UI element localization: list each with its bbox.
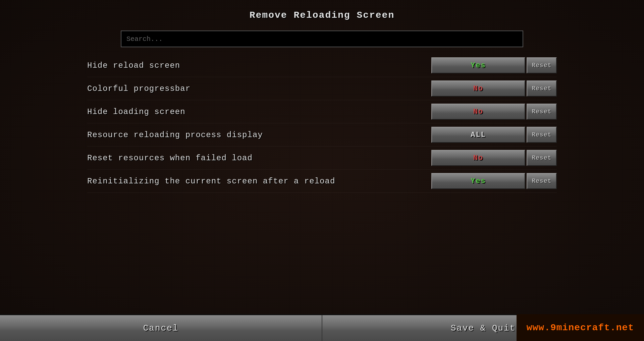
setting-value-colorful-progressbar[interactable]: No: [431, 80, 525, 97]
setting-value-resource-reloading-display[interactable]: ALL: [431, 127, 525, 143]
setting-label-hide-reload-screen: Hide reload screen: [87, 61, 180, 70]
setting-reset-reset-resources-failed[interactable]: Reset: [527, 150, 557, 166]
settings-list: Hide reload screenYesResetColorful progr…: [87, 54, 557, 193]
setting-label-resource-reloading-display: Resource reloading process display: [87, 130, 263, 139]
setting-value-hide-reload-screen[interactable]: Yes: [431, 57, 525, 73]
setting-row-hide-reload-screen: Hide reload screenYesReset: [87, 54, 557, 77]
setting-value-reinitialize-screen[interactable]: Yes: [431, 173, 525, 189]
setting-row-hide-loading-screen: Hide loading screenNoReset: [87, 100, 557, 123]
setting-controls-reinitialize-screen: YesReset: [431, 173, 557, 189]
setting-reset-colorful-progressbar[interactable]: Reset: [527, 80, 557, 97]
setting-controls-reset-resources-failed: NoReset: [431, 150, 557, 166]
setting-label-colorful-progressbar: Colorful progressbar: [87, 84, 191, 93]
setting-label-reinitialize-screen: Reinitializing the current screen after …: [87, 177, 335, 186]
setting-reset-reinitialize-screen[interactable]: Reset: [527, 173, 557, 189]
setting-reset-hide-loading-screen[interactable]: Reset: [527, 104, 557, 120]
setting-reset-hide-reload-screen[interactable]: Reset: [527, 57, 557, 73]
setting-row-reset-resources-failed: Reset resources when failed loadNoReset: [87, 147, 557, 170]
setting-label-reset-resources-failed: Reset resources when failed load: [87, 154, 253, 163]
setting-row-reinitialize-screen: Reinitializing the current screen after …: [87, 170, 557, 193]
setting-controls-hide-loading-screen: NoReset: [431, 104, 557, 120]
setting-row-colorful-progressbar: Colorful progressbarNoReset: [87, 77, 557, 100]
setting-controls-colorful-progressbar: NoReset: [431, 80, 557, 97]
setting-label-hide-loading-screen: Hide loading screen: [87, 107, 185, 116]
setting-value-hide-loading-screen[interactable]: No: [431, 104, 525, 120]
setting-controls-hide-reload-screen: YesReset: [431, 57, 557, 73]
setting-reset-resource-reloading-display[interactable]: Reset: [527, 127, 557, 143]
search-input[interactable]: [121, 31, 523, 47]
setting-controls-resource-reloading-display: ALLReset: [431, 127, 557, 143]
page-title: Remove Reloading Screen: [250, 10, 394, 20]
setting-value-reset-resources-failed[interactable]: No: [431, 150, 525, 166]
setting-row-resource-reloading-display: Resource reloading process displayALLRes…: [87, 123, 557, 147]
